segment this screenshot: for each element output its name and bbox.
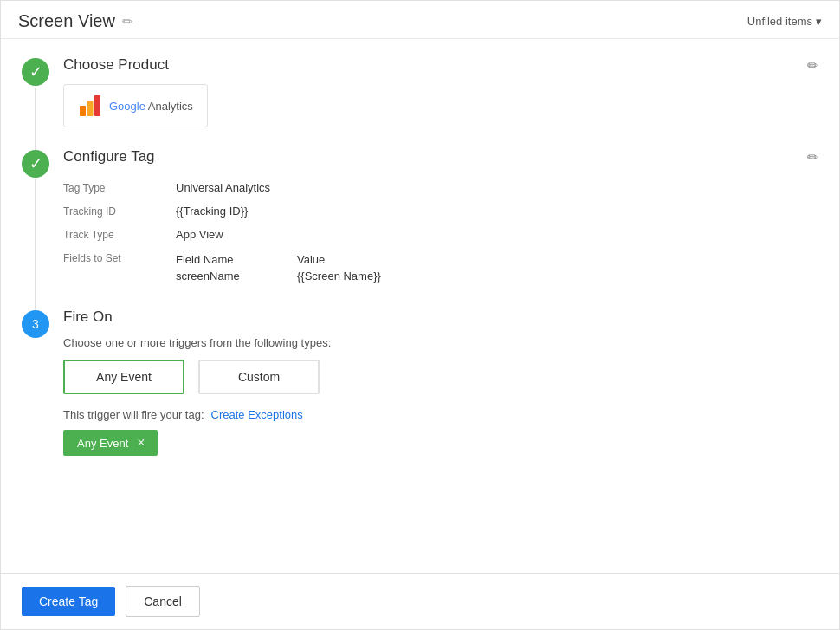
connector-line-2 bbox=[35, 179, 36, 312]
unfiled-items-button[interactable]: Unfiled items ▾ bbox=[747, 15, 822, 28]
ga-logo-icon bbox=[78, 94, 102, 118]
config-table: Tag Type Universal Analytics Tracking ID… bbox=[63, 176, 818, 288]
configure-tag-content: Configure Tag ✏ Tag Type Universal Analy… bbox=[63, 148, 818, 288]
section-configure-tag: ✓ Configure Tag ✏ Tag Type Universal Ana… bbox=[22, 148, 818, 288]
content-area: ✓ Choose Product ✏ bbox=[1, 39, 839, 573]
ga-product-name: Google Analytics bbox=[109, 100, 193, 113]
choose-product-header: Choose Product ✏ bbox=[63, 56, 818, 74]
fire-on-content: Fire On Choose one or more triggers from… bbox=[63, 309, 818, 456]
svg-rect-2 bbox=[94, 95, 100, 116]
field-screen-name-value: {{Screen Name}} bbox=[297, 270, 384, 283]
cancel-button[interactable]: Cancel bbox=[126, 586, 200, 617]
chip-label: Any Event bbox=[77, 437, 128, 450]
page-container: Screen View ✏ Unfiled items ▾ ✓ Choose P… bbox=[0, 0, 840, 630]
google-analytics-badge: Google Analytics bbox=[63, 84, 208, 127]
fire-on-header: Fire On bbox=[63, 309, 818, 326]
config-row-fields: Fields to Set Field Name Value screenNam… bbox=[63, 246, 818, 288]
configure-tag-edit-icon[interactable]: ✏ bbox=[807, 149, 818, 166]
config-row-tracking-id: Tracking ID {{Tracking ID}} bbox=[63, 199, 818, 223]
unfiled-items-chevron-icon: ▾ bbox=[816, 15, 822, 28]
section-fire-on: 3 Fire On Choose one or more triggers fr… bbox=[22, 309, 818, 456]
fire-label-row: This trigger will fire your tag: Create … bbox=[63, 408, 818, 421]
step-2-checkmark-icon: ✓ bbox=[29, 154, 42, 173]
fire-on-description: Choose one or more triggers from the fol… bbox=[63, 336, 818, 349]
step-1-checkmark-icon: ✓ bbox=[29, 62, 42, 81]
fields-table: Field Name Value screenName {{Screen Nam… bbox=[176, 253, 384, 283]
step-2-indicator: ✓ bbox=[22, 150, 49, 178]
config-row-tag-type: Tag Type Universal Analytics bbox=[63, 176, 818, 199]
unfiled-items-label: Unfiled items bbox=[747, 15, 812, 28]
configure-tag-title: Configure Tag bbox=[63, 148, 155, 166]
step-3-number: 3 bbox=[32, 317, 39, 331]
tracking-id-value: {{Tracking ID}} bbox=[176, 205, 248, 218]
svg-rect-1 bbox=[87, 101, 94, 116]
custom-trigger-btn[interactable]: Custom bbox=[198, 360, 320, 394]
choose-product-edit-icon[interactable]: ✏ bbox=[807, 57, 818, 74]
chip-close-icon[interactable]: × bbox=[137, 435, 145, 451]
selected-trigger-chip: Any Event × bbox=[63, 430, 158, 456]
track-type-label: Track Type bbox=[63, 228, 176, 241]
title-edit-icon[interactable]: ✏ bbox=[122, 14, 133, 29]
fields-data-row: screenName {{Screen Name}} bbox=[176, 270, 384, 283]
analytics-text: Analytics bbox=[148, 100, 193, 113]
screen-view-title: Screen View ✏ bbox=[18, 11, 133, 31]
fire-trigger-label: This trigger will fire your tag: bbox=[63, 408, 204, 421]
tracking-id-label: Tracking ID bbox=[63, 205, 176, 218]
trigger-options: Any Event Custom bbox=[63, 360, 818, 394]
svg-rect-0 bbox=[80, 106, 86, 116]
choose-product-content: Choose Product ✏ Google Analyt bbox=[63, 56, 818, 127]
track-type-value: App View bbox=[176, 228, 223, 241]
create-tag-button[interactable]: Create Tag bbox=[22, 587, 115, 616]
create-exceptions-link[interactable]: Create Exceptions bbox=[211, 408, 303, 421]
choose-product-title: Choose Product bbox=[63, 56, 169, 74]
fire-on-title: Fire On bbox=[63, 309, 113, 326]
config-row-track-type: Track Type App View bbox=[63, 223, 818, 246]
bottom-bar: Create Tag Cancel bbox=[1, 573, 839, 629]
fields-to-set-label: Fields to Set bbox=[63, 251, 176, 264]
field-name-header: Field Name bbox=[176, 253, 262, 266]
step-3-indicator: 3 bbox=[22, 310, 49, 338]
fields-header-row: Field Name Value bbox=[176, 253, 384, 266]
any-event-trigger-btn[interactable]: Any Event bbox=[63, 360, 184, 394]
page-title: Screen View bbox=[18, 11, 115, 31]
configure-tag-header: Configure Tag ✏ bbox=[63, 148, 818, 166]
section-choose-product: ✓ Choose Product ✏ bbox=[22, 56, 818, 127]
field-screen-name: screenName bbox=[176, 270, 262, 283]
tag-type-label: Tag Type bbox=[63, 181, 176, 194]
tag-type-value: Universal Analytics bbox=[176, 181, 270, 194]
top-bar: Screen View ✏ Unfiled items ▾ bbox=[1, 1, 839, 39]
google-text: Google bbox=[109, 100, 145, 113]
step-1-indicator: ✓ bbox=[22, 58, 49, 86]
connector-line-1 bbox=[35, 88, 36, 152]
value-header: Value bbox=[297, 253, 384, 266]
